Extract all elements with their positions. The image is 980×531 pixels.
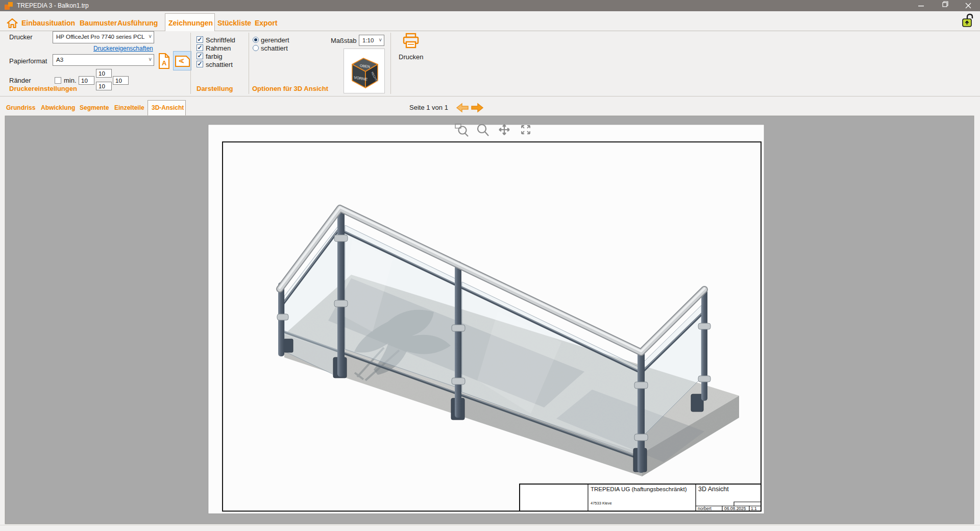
printer-select[interactable]: HP OfficeJet Pro 7740 series PCL ˅: [53, 31, 154, 43]
scale-select[interactable]: 1:10 ˅: [359, 35, 384, 46]
close-button[interactable]: [957, 0, 980, 11]
paper-value: A3: [56, 57, 63, 63]
app-icon: [5, 2, 13, 10]
margin-bottom-input[interactable]: [96, 82, 112, 90]
printer-label: Drucker: [9, 33, 33, 41]
page-indicator: Seite 1 von 1: [409, 100, 448, 115]
chevron-down-icon: ˅: [379, 37, 382, 43]
lock-icon[interactable]: [961, 13, 975, 29]
gerendert-label: gerendert: [261, 36, 289, 44]
tab-export[interactable]: Export: [255, 15, 277, 31]
margin-right-input[interactable]: [113, 76, 129, 85]
title-bar: TREPEDIA 3 - Balkon1.trp: [0, 0, 980, 11]
paper-select[interactable]: A3 ˅: [53, 54, 154, 66]
tab-zeichnungen[interactable]: Zeichnungen: [168, 15, 213, 31]
group-separator: [190, 33, 191, 94]
group-label-optionen3d: Optionen für 3D Ansicht: [252, 85, 328, 92]
minimize-button[interactable]: [910, 0, 933, 11]
schriftfeld-label: Schriftfeld: [206, 36, 235, 44]
tab-baumuster[interactable]: Baumuster: [80, 15, 117, 31]
viewtab-einzelteile[interactable]: Einzelteile: [114, 100, 144, 115]
group-separator: [390, 33, 391, 94]
print-button[interactable]: Drucken: [396, 31, 426, 63]
schriftfeld-checkbox[interactable]: ✓: [197, 36, 203, 43]
margin-top-input[interactable]: [96, 69, 112, 78]
title-block: TREPEDIA UG (haftungsbeschränkt) 47533 K…: [520, 484, 761, 511]
maximize-button[interactable]: [933, 0, 957, 11]
printer-value: HP OfficeJet Pro 7740 series PCL: [56, 34, 144, 40]
margins-label: Ränder: [9, 77, 31, 84]
viewtab-abwicklung[interactable]: Abwicklung: [41, 100, 75, 115]
tab-einbausituation[interactable]: Einbausituation: [21, 15, 75, 31]
window-title: TREPEDIA 3 - Balkon1.trp: [17, 2, 89, 9]
prev-page-icon[interactable]: [456, 103, 469, 113]
schattiert-label: schattiert: [206, 61, 233, 68]
printer-icon: [403, 33, 419, 49]
svg-text:A: A: [178, 58, 185, 63]
portrait-orientation-icon[interactable]: A: [157, 53, 171, 69]
group-label-darstellung: Darstellung: [197, 85, 233, 92]
status-bar: [0, 525, 980, 531]
drawing-canvas[interactable]: TREPEDIA UG (haftungsbeschränkt) 47533 K…: [0, 115, 980, 525]
landscape-orientation-selected[interactable]: A: [173, 51, 191, 70]
margin-left-input[interactable]: [79, 76, 94, 85]
view-cube[interactable]: OBEN VORNE RECHTS: [344, 49, 385, 93]
svg-text:A: A: [162, 59, 167, 67]
printer-properties-link[interactable]: Druckereigenschaften: [93, 45, 153, 52]
schattiert-radio[interactable]: [253, 45, 259, 51]
viewtab-grundriss[interactable]: Grundriss: [6, 100, 35, 115]
print-button-label: Drucken: [399, 53, 423, 61]
ribbon-bottom-border: [0, 96, 980, 96]
home-icon[interactable]: [7, 18, 18, 29]
schattiert-radio-label: schattiert: [261, 44, 288, 52]
group-label-druckereinstellungen: Druckereinstellungen: [9, 85, 77, 92]
viewtab-segmente[interactable]: Segmente: [80, 100, 109, 115]
tab-ausfuehrung[interactable]: Ausführung: [117, 15, 158, 31]
gerendert-radio[interactable]: [253, 37, 259, 43]
ribbon-tab-underline: [0, 31, 980, 31]
scale-label: Maßstab: [331, 37, 357, 44]
tab-stueckliste[interactable]: Stückliste: [217, 15, 251, 31]
company-name: TREPEDIA UG (haftungsbeschränkt): [591, 486, 687, 492]
next-page-icon[interactable]: [471, 103, 484, 113]
farbig-checkbox[interactable]: ✓: [197, 53, 203, 59]
scale-value: 1:10: [362, 37, 374, 43]
drawing-scale: 1:1: [751, 506, 757, 511]
rahmen-label: Rahmen: [206, 44, 231, 52]
viewtab-3d-ansicht[interactable]: 3D-Ansicht: [152, 100, 184, 115]
group-separator: [249, 33, 249, 94]
margins-min-checkbox[interactable]: [55, 77, 61, 84]
chevron-down-icon: ˅: [149, 34, 152, 39]
paper-label: Papierformat: [9, 57, 47, 65]
rahmen-checkbox[interactable]: ✓: [197, 44, 203, 51]
company-address: 47533 Kleve: [591, 501, 612, 505]
chevron-down-icon: ˅: [149, 57, 152, 62]
application-window: TREPEDIA 3 - Balkon1.trp Einbausituation…: [0, 0, 980, 531]
schattiert-checkbox[interactable]: ✓: [197, 61, 203, 67]
margins-min-label: min.: [64, 77, 77, 84]
farbig-label: farbig: [206, 53, 223, 60]
drawing-title: 3D Ansicht: [698, 486, 729, 493]
view-cube-icon: OBEN VORNE RECHTS: [348, 53, 381, 90]
author-name: norbert: [698, 506, 712, 511]
drawing-date: 06.08.2025: [724, 506, 746, 511]
